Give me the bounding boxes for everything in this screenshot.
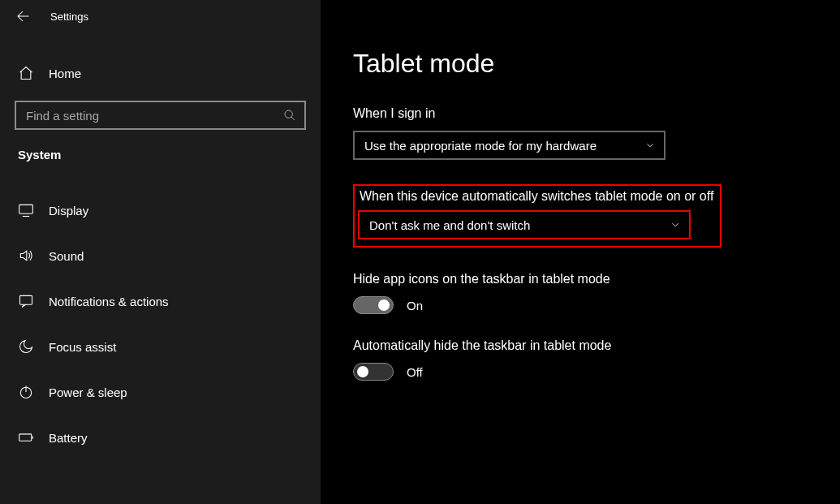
search-icon xyxy=(275,109,304,122)
dropdown-value: Use the appropriate mode for my hardware xyxy=(364,139,597,153)
svg-rect-1 xyxy=(19,205,33,213)
search-input[interactable] xyxy=(16,109,275,123)
sound-icon xyxy=(18,248,36,264)
sidebar-item-sound[interactable]: Sound xyxy=(0,233,321,278)
svg-rect-2 xyxy=(20,295,32,304)
battery-icon xyxy=(18,429,36,446)
sidebar-home[interactable]: Home xyxy=(0,57,321,89)
power-icon xyxy=(18,384,36,400)
main-content: Tablet mode When I sign in Use the appro… xyxy=(321,0,840,504)
field-signin: When I sign in Use the appropriate mode … xyxy=(353,106,840,160)
titlebar: Settings xyxy=(0,0,321,32)
nav-label: Power & sleep xyxy=(49,386,127,399)
arrow-left-icon xyxy=(15,9,30,24)
toggle-state-label: On xyxy=(407,299,423,312)
sidebar-item-focus-assist[interactable]: Focus assist xyxy=(0,324,321,369)
field-label-auto-switch: When this device automatically switches … xyxy=(360,189,713,204)
chevron-down-icon xyxy=(644,140,656,151)
highlight-auto-switch: When this device automatically switches … xyxy=(353,184,722,248)
toggle-hide-icons[interactable] xyxy=(353,296,394,314)
field-label-signin: When I sign in xyxy=(353,106,840,121)
field-label-hide-icons: Hide app icons on the taskbar in tablet … xyxy=(353,272,840,286)
toggle-hide-taskbar[interactable] xyxy=(353,363,394,381)
field-hide-icons: Hide app icons on the taskbar in tablet … xyxy=(353,272,840,314)
dropdown-signin[interactable]: Use the appropriate mode for my hardware xyxy=(353,131,666,160)
field-label-hide-taskbar: Automatically hide the taskbar in tablet… xyxy=(353,338,840,353)
nav-label: Battery xyxy=(49,431,88,445)
page-title: Tablet mode xyxy=(353,49,840,79)
home-label: Home xyxy=(49,67,81,80)
dropdown-auto-switch[interactable]: Don't ask me and don't switch xyxy=(358,210,691,239)
nav-list: Display Sound Notifications & actions Fo… xyxy=(0,187,321,460)
nav-label: Notifications & actions xyxy=(49,295,169,308)
display-icon xyxy=(18,202,36,218)
app-title: Settings xyxy=(50,11,88,23)
category-system: System xyxy=(0,130,321,171)
sidebar-item-display[interactable]: Display xyxy=(0,187,321,233)
focus-assist-icon xyxy=(18,338,36,355)
dropdown-value: Don't ask me and don't switch xyxy=(369,218,530,232)
nav-label: Sound xyxy=(49,249,84,263)
chevron-down-icon xyxy=(670,219,681,230)
notifications-icon xyxy=(18,293,36,309)
back-button[interactable] xyxy=(10,3,36,29)
nav-label: Display xyxy=(49,204,88,218)
sidebar-item-notifications[interactable]: Notifications & actions xyxy=(0,278,321,324)
sidebar-item-power-sleep[interactable]: Power & sleep xyxy=(0,369,321,415)
search-box[interactable] xyxy=(15,101,306,130)
svg-rect-4 xyxy=(19,434,32,441)
field-hide-taskbar: Automatically hide the taskbar in tablet… xyxy=(353,338,840,381)
sidebar-item-battery[interactable]: Battery xyxy=(0,415,321,460)
toggle-state-label: Off xyxy=(407,365,423,379)
home-icon xyxy=(18,65,36,81)
sidebar: Settings Home System Display xyxy=(0,0,321,504)
svg-point-0 xyxy=(285,110,292,118)
nav-label: Focus assist xyxy=(49,340,116,354)
